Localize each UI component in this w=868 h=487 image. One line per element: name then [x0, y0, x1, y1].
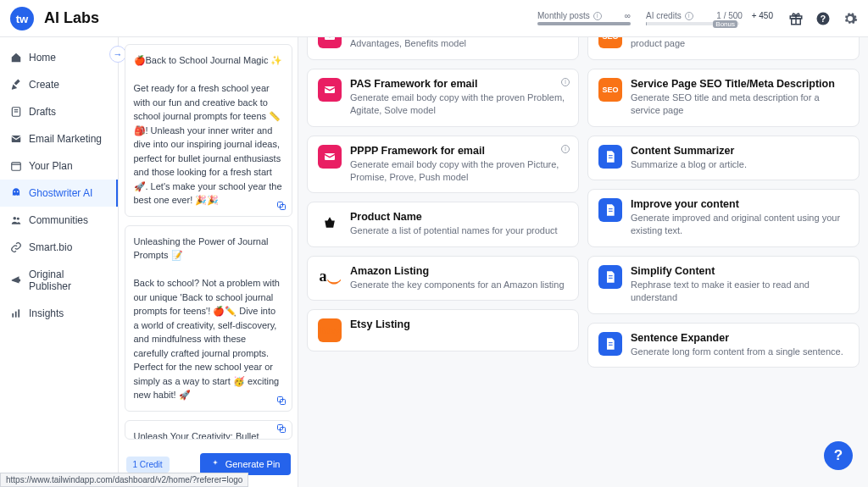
template-desc: Generate long form content from a single…	[631, 346, 849, 358]
monthly-posts-stat: Monthly postsi∞	[537, 11, 631, 25]
template-card[interactable]: Content SummarizerSummarize a blog or ar…	[587, 136, 860, 180]
gen-body: Back to school? Not a problem with our u…	[134, 276, 283, 402]
doc-icon	[598, 265, 622, 289]
copy-icon[interactable]	[276, 201, 287, 211]
sidebar-label: Insights	[29, 307, 64, 319]
template-title: PPPP Framework for email	[350, 145, 568, 157]
generated-card[interactable]: Unleash Your Creativity: Bullet Journali…	[125, 420, 292, 440]
sidebar-label: Original Publisher	[29, 268, 108, 292]
sidebar-item-smartbio[interactable]: Smart.bio	[0, 234, 118, 261]
template-title: Simplify Content	[631, 265, 849, 277]
sidebar-item-ghostwriter[interactable]: Ghostwriter AI	[0, 180, 118, 207]
template-column-left: Generate email body copy with the proven…	[307, 44, 579, 480]
monthly-value: ∞	[625, 11, 631, 20]
svg-rect-26	[325, 37, 335, 40]
sidebar-label: Smart.bio	[29, 241, 72, 253]
template-card[interactable]: Generate email body copy with the proven…	[307, 37, 579, 60]
template-desc: Rephrase text to make it easier to read …	[631, 279, 849, 305]
sidebar-label: Communities	[29, 214, 88, 226]
svg-rect-18	[15, 312, 17, 318]
help-icon[interactable]: ?	[815, 11, 831, 26]
status-url: https://www.tailwindapp.com/dashboard/v2…	[0, 473, 248, 487]
sidebar-label: Your Plan	[29, 160, 73, 172]
gen-title: Unleashing the Power of Journal Prompts …	[134, 235, 283, 263]
svg-point-16	[17, 218, 19, 220]
amazon-icon: a⏝	[318, 265, 342, 289]
info-icon[interactable]: i	[685, 12, 693, 20]
info-icon[interactable]: i	[593, 12, 602, 20]
doc-icon	[598, 198, 622, 222]
templates-area: Generate email body copy with the proven…	[298, 37, 868, 487]
copy-icon[interactable]	[276, 423, 287, 434]
template-card[interactable]: Product NameGenerate a list of potential…	[307, 202, 579, 246]
info-icon[interactable]: i	[561, 78, 570, 86]
sidebar-item-home[interactable]: Home	[0, 44, 118, 71]
template-card[interactable]: PPPP Framework for emailGenerate email b…	[307, 136, 579, 194]
sidebar-item-plan[interactable]: Your Plan	[0, 152, 118, 180]
sidebar-label: Email Marketing	[29, 133, 102, 145]
monthly-label: Monthly posts	[537, 11, 590, 20]
template-desc: Generate email body copy with the proven…	[350, 91, 568, 118]
svg-rect-17	[12, 313, 14, 318]
template-title: Amazon Listing	[350, 265, 568, 277]
ai-credits-stat: AI creditsi1 / 500 + 450 Bonus	[646, 11, 773, 25]
doc-icon	[598, 145, 622, 169]
template-title: Sentence Expander	[631, 332, 849, 344]
sidebar-item-publisher[interactable]: Original Publisher	[0, 261, 118, 300]
template-card[interactable]: SEOGenerate SEO title and meta descripti…	[587, 37, 860, 60]
gift-icon[interactable]	[788, 11, 804, 26]
generated-column: 🍎Back to School Journal Magic ✨ Get read…	[119, 37, 298, 487]
info-icon[interactable]: i	[561, 145, 570, 153]
main: → Home Create Drafts Email Marketing You…	[0, 37, 868, 487]
mail-icon	[318, 78, 342, 102]
gen-body: Get ready for a fresh school year with o…	[134, 81, 283, 208]
generated-card[interactable]: Unleashing the Power of Journal Prompts …	[125, 225, 292, 412]
template-card[interactable]: PAS Framework for emailGenerate email bo…	[307, 69, 579, 127]
sidebar-item-create[interactable]: Create	[0, 71, 118, 98]
content-area: 🍎Back to School Journal Magic ✨ Get read…	[119, 37, 868, 487]
copy-icon[interactable]	[276, 396, 287, 406]
sidebar-item-insights[interactable]: Insights	[0, 300, 118, 327]
template-card[interactable]: a⏝Amazon ListingGenerate the key compone…	[307, 256, 579, 301]
template-card[interactable]: Sentence ExpanderGenerate long form cont…	[587, 323, 860, 368]
sidebar-item-drafts[interactable]: Drafts	[0, 98, 118, 125]
sidebar-item-communities[interactable]: Communities	[0, 207, 118, 234]
template-column-right: SEOGenerate SEO title and meta descripti…	[587, 44, 860, 480]
template-card[interactable]: Improve your contentGenerate improved an…	[587, 189, 860, 247]
doc-icon	[598, 332, 622, 356]
template-desc: Generate SEO title and meta description …	[631, 37, 849, 51]
sparkle-icon	[210, 459, 220, 469]
template-card[interactable]: EtsyEtsy Listing	[307, 309, 579, 351]
mail-icon	[318, 145, 342, 169]
template-desc: Generate SEO title and meta description …	[631, 91, 849, 118]
svg-point-13	[14, 191, 15, 192]
template-desc: Generate a list of potential names for y…	[350, 224, 568, 237]
sidebar: → Home Create Drafts Email Marketing You…	[0, 37, 119, 487]
bonus-tag: Bonus	[713, 20, 737, 28]
template-title: Improve your content	[631, 198, 849, 210]
gear-icon[interactable]	[843, 11, 858, 26]
svg-point-15	[14, 217, 17, 219]
gen-title: Unleash Your Creativity: Bullet Journali…	[134, 429, 283, 440]
help-fab[interactable]: ?	[824, 441, 853, 470]
template-card[interactable]: SEOService Page SEO Title/Meta Descripti…	[587, 69, 860, 127]
sidebar-item-email[interactable]: Email Marketing	[0, 125, 118, 152]
template-title: PAS Framework for email	[350, 78, 568, 90]
credit-badge: 1 Credit	[126, 457, 170, 473]
template-card[interactable]: Simplify ContentRephrase text to make it…	[587, 256, 860, 314]
svg-rect-11	[12, 163, 21, 170]
seo-icon: SEO	[598, 37, 622, 48]
etsy-icon: Etsy	[318, 318, 342, 342]
topbar: tw AI Labs Monthly postsi∞ AI creditsi1 …	[0, 0, 868, 37]
template-desc: Generate improved and original content u…	[631, 212, 849, 238]
bonus-value: + 450	[752, 11, 773, 20]
template-desc: Summarize a blog or article.	[631, 158, 849, 171]
sidebar-label: Create	[29, 79, 59, 91]
credits-value: 1 / 500	[716, 11, 743, 20]
template-desc: Generate email body copy with the proven…	[350, 158, 568, 185]
sidebar-label: Ghostwriter AI	[29, 187, 92, 199]
page-title: AI Labs	[44, 9, 99, 27]
generated-card[interactable]: 🍎Back to School Journal Magic ✨ Get read…	[125, 44, 292, 217]
generate-label: Generate Pin	[225, 459, 281, 469]
template-desc: Generate the key components for an Amazo…	[350, 279, 568, 291]
